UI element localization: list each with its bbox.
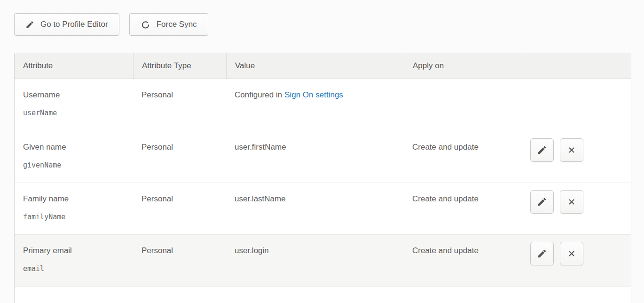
value-cell: Configured inSign On settings (226, 79, 404, 131)
attribute-type-cell: Personal (133, 183, 226, 234)
attribute-label: Family name (23, 194, 126, 204)
actions-cell (522, 131, 631, 183)
edit-attribute-button[interactable] (530, 138, 554, 162)
go-to-profile-editor-label: Go to Profile Editor (40, 20, 108, 29)
apply-on-cell: Create and update (404, 131, 522, 183)
pencil-icon (25, 20, 34, 29)
force-sync-label: Force Sync (157, 20, 197, 29)
attribute-name: userName (23, 109, 126, 117)
attribute-type-cell: Personal (133, 131, 226, 183)
close-icon (566, 197, 577, 207)
attribute-label: Username (23, 90, 126, 100)
attribute-cell: Username userName (15, 79, 133, 131)
table-row-partial (15, 286, 631, 303)
table-row-username: Username userName Personal Configured in… (15, 79, 631, 131)
value-prefix: Configured in (235, 90, 282, 99)
refresh-icon (141, 20, 150, 30)
value-cell: user.firstName (226, 131, 404, 183)
pencil-icon (537, 197, 547, 207)
attribute-type-cell: Personal (133, 79, 226, 131)
column-header-attribute-type: Attribute Type (133, 53, 226, 79)
attribute-cell: Given name givenName (15, 131, 133, 183)
attribute-type-cell: Personal (133, 235, 226, 286)
go-to-profile-editor-button[interactable]: Go to Profile Editor (14, 13, 119, 36)
pencil-icon (537, 248, 547, 259)
column-header-attribute: Attribute (15, 53, 133, 79)
edit-attribute-button[interactable] (530, 242, 554, 265)
pencil-icon (537, 145, 547, 155)
attribute-name: familyName (23, 213, 126, 221)
force-sync-button[interactable]: Force Sync (129, 13, 208, 36)
table-row-family-name: Family name familyName Personal user.las… (15, 183, 631, 234)
close-icon (566, 145, 577, 155)
apply-on-cell (404, 79, 522, 131)
edit-attribute-button[interactable] (530, 190, 554, 214)
table-header-row: Attribute Attribute Type Value Apply on (15, 53, 631, 79)
actions-cell (522, 183, 631, 234)
attribute-label: Given name (23, 143, 126, 152)
column-header-actions (522, 53, 631, 79)
remove-attribute-button[interactable] (560, 190, 583, 214)
attribute-label: Primary email (23, 246, 126, 255)
table-row-given-name: Given name givenName Personal user.first… (15, 131, 631, 183)
attribute-mappings-page: Go to Profile Editor Force Sync Attribut… (0, 0, 644, 303)
actions-cell (522, 79, 631, 131)
toolbar: Go to Profile Editor Force Sync (14, 13, 208, 36)
attribute-cell: Family name familyName (15, 183, 133, 234)
close-icon (566, 248, 577, 259)
attribute-mappings-table: Attribute Attribute Type Value Apply on … (14, 53, 631, 303)
table-row-primary-email: Primary email email Personal user.login … (15, 234, 631, 286)
column-header-apply-on: Apply on (404, 53, 522, 79)
remove-attribute-button[interactable] (560, 242, 583, 265)
apply-on-cell: Create and update (404, 183, 522, 234)
attribute-name: givenName (23, 161, 126, 169)
attribute-name: email (23, 264, 126, 273)
column-header-value: Value (226, 53, 404, 79)
remove-attribute-button[interactable] (560, 138, 583, 162)
value-cell: user.lastName (226, 183, 404, 234)
value-cell: user.login (226, 235, 404, 286)
apply-on-cell: Create and update (404, 235, 522, 286)
sign-on-settings-link[interactable]: Sign On settings (284, 90, 343, 99)
attribute-cell: Primary email email (15, 235, 133, 286)
actions-cell (522, 235, 631, 286)
